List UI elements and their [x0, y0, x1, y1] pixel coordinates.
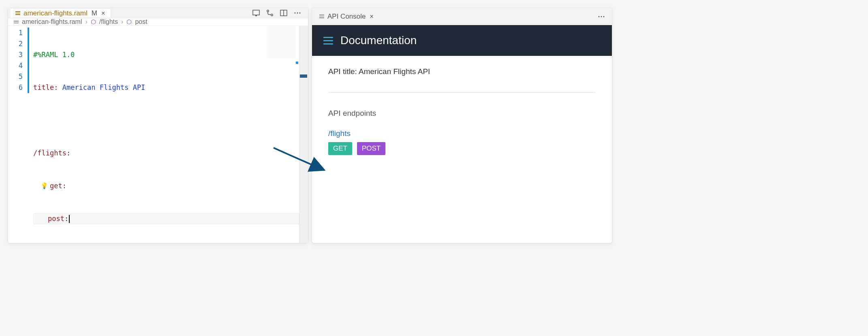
code-token: title:	[33, 82, 58, 93]
editor-pane: american-flights.raml M × american-fligh…	[8, 8, 308, 243]
breadcrumb-file: american-flights.raml	[22, 18, 82, 26]
code-token: American Flights API	[58, 82, 145, 93]
api-title-value: American Flights API	[359, 67, 430, 76]
api-console-pane: API Console × Documentation API title: A…	[312, 8, 612, 243]
code-token: /flights:	[33, 148, 71, 159]
lightbulb-icon[interactable]: 💡	[41, 181, 48, 191]
svg-point-11	[603, 16, 605, 17]
api-title-line: API title: American Flights API	[328, 67, 596, 76]
chevron-right-icon: ›	[121, 18, 123, 26]
doc-header-title: Documentation	[340, 34, 417, 47]
endpoints-label: API endpoints	[328, 109, 596, 118]
tab-title: API Console	[327, 13, 366, 21]
overview-marker	[300, 74, 307, 78]
file-icon	[14, 20, 19, 24]
split-icon[interactable]	[279, 8, 289, 18]
doc-body: API title: American Flights API API endp…	[312, 56, 612, 243]
svg-point-9	[599, 16, 600, 17]
svg-rect-0	[253, 10, 259, 15]
svg-point-2	[267, 10, 269, 12]
svg-point-7	[297, 13, 298, 14]
preview-icon[interactable]	[251, 8, 261, 18]
method-post-badge[interactable]: POST	[357, 142, 385, 155]
method-row: GET POST	[328, 142, 596, 155]
more-icon[interactable]	[596, 12, 606, 21]
cube-icon: ⬡	[91, 18, 96, 26]
method-get-badge[interactable]: GET	[328, 142, 352, 155]
svg-point-6	[295, 13, 296, 14]
svg-point-8	[299, 13, 301, 14]
code-area[interactable]: #%RAML 1.0 title: American Flights API /…	[29, 26, 308, 243]
svg-rect-1	[255, 15, 257, 16]
svg-point-10	[601, 16, 602, 17]
cube-icon: ⬡	[126, 18, 132, 26]
file-icon	[319, 15, 324, 18]
breadcrumb-seg2: post	[135, 18, 147, 26]
code-token: #%RAML 1.0	[33, 49, 75, 60]
text-cursor	[69, 215, 70, 223]
endpoint-link[interactable]: /flights	[328, 129, 596, 138]
compare-icon[interactable]	[265, 8, 275, 18]
menu-icon[interactable]	[323, 37, 333, 45]
editor-tabbar: american-flights.raml M ×	[8, 8, 308, 18]
overview-marker	[296, 62, 298, 64]
api-title-label: API title:	[328, 67, 359, 76]
breadcrumb[interactable]: american-flights.raml › ⬡ /flights › ⬡ p…	[8, 18, 308, 26]
breadcrumb-seg1: /flights	[99, 18, 118, 26]
doc-header: Documentation	[312, 25, 612, 56]
line-gutter: 1 2 3 4 5 6	[8, 26, 28, 243]
code-token: post:	[48, 213, 68, 224]
console-tabbar: API Console ×	[312, 8, 612, 25]
editor-tab-actions	[251, 8, 306, 18]
chevron-right-icon: ›	[85, 18, 87, 26]
more-icon[interactable]	[293, 8, 302, 18]
svg-point-3	[271, 14, 273, 16]
close-icon[interactable]: ×	[100, 9, 106, 18]
editor-tab-active[interactable]: american-flights.raml M ×	[11, 8, 111, 18]
console-tab[interactable]: API Console ×	[314, 8, 379, 25]
divider	[328, 92, 596, 93]
close-icon[interactable]: ×	[369, 12, 374, 21]
file-icon	[15, 11, 20, 15]
editor-body[interactable]: 1 2 3 4 5 6 #%RAML 1.0 title: American F…	[8, 26, 308, 243]
tab-dirty-marker: M	[92, 9, 97, 17]
code-token: get:	[50, 181, 66, 191]
scrollbar[interactable]	[299, 26, 308, 243]
minimap[interactable]	[267, 26, 296, 58]
tab-filename: american-flights.raml	[24, 9, 88, 17]
